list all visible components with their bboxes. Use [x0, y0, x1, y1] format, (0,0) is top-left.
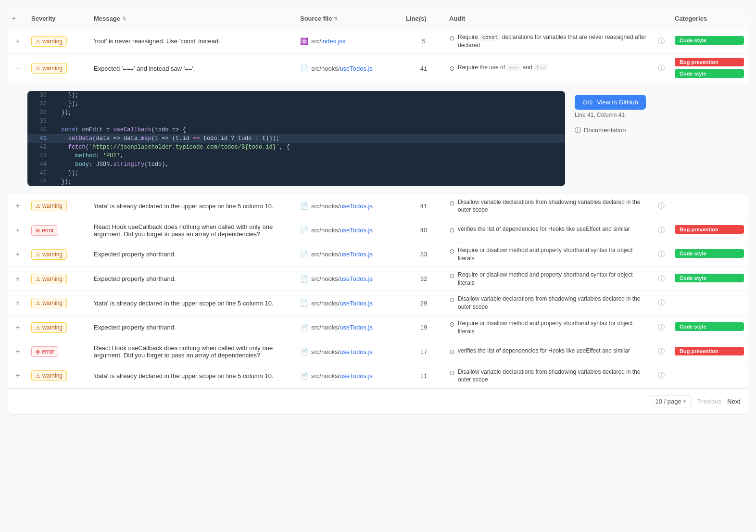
source-col-header: Source file ⇅: [296, 13, 402, 24]
severity-badge: warning: [31, 36, 67, 47]
line-number-cell: 41: [402, 61, 445, 76]
warning-icon: [36, 276, 40, 282]
severity-badge: warning: [31, 322, 67, 333]
categories-cell: [671, 299, 748, 307]
categories-cell: Bug prevention: [671, 221, 748, 239]
category-badge-bug: Bug prevention: [675, 58, 744, 66]
line-number-cell: 5: [402, 34, 445, 49]
js-file-icon: 📄: [300, 299, 308, 307]
audit-icon: ⊙: [449, 368, 455, 378]
severity-cell: warning: [27, 197, 90, 215]
code-line: 36 });: [27, 91, 565, 100]
severity-cell: warning: [27, 59, 90, 77]
source-sort-icon[interactable]: ⇅: [334, 16, 338, 21]
code-line: 46 });: [27, 177, 565, 186]
table-row: + warning Expected property shorthand. 📄…: [8, 316, 748, 340]
expand-button[interactable]: −: [8, 60, 27, 76]
documentation-link[interactable]: ⓘ Documentation: [575, 126, 729, 135]
code-line: 44 body: JSON.stringify(todo),: [27, 160, 565, 169]
categories-cell: Code style: [671, 32, 748, 50]
expand-button[interactable]: +: [8, 246, 27, 263]
info-icon[interactable]: ⓘ: [652, 319, 671, 336]
audit-panel: ⊙ View in GitHub Line 41, Column 41 ⓘ Do…: [575, 91, 729, 186]
code-line: 38 });: [27, 108, 565, 117]
severity-cell: error: [27, 221, 90, 240]
severity-cell: warning: [27, 318, 90, 337]
info-icon[interactable]: ⓘ: [652, 60, 671, 76]
source-file-cell: ⚛️ src/index.jsx: [296, 34, 402, 49]
severity-cell: error: [27, 342, 90, 361]
expand-button[interactable]: +: [8, 222, 27, 239]
line-number-cell: 32: [402, 271, 445, 286]
info-icon[interactable]: ⓘ: [652, 33, 671, 50]
severity-cell: warning: [27, 245, 90, 264]
code-line: 42 fetch(`https://jsonplaceholder.typico…: [27, 143, 565, 152]
info-icon[interactable]: ⓘ: [652, 222, 671, 239]
audit-icon: ⊙: [449, 199, 455, 208]
info-icon[interactable]: ⓘ: [652, 367, 671, 384]
category-badge-bug: Bug prevention: [675, 225, 744, 234]
table-row: + warning 'root' is never reassigned. Us…: [8, 29, 748, 54]
category-badge-code: Code style: [675, 274, 744, 282]
previous-button: Previous: [697, 398, 722, 405]
expand-button[interactable]: +: [8, 295, 27, 311]
warning-icon: [36, 251, 40, 258]
category-badge-code: Code style: [675, 69, 744, 78]
table-row: + warning 'data' is already declared in …: [8, 194, 748, 219]
source-file-cell: 📄 src/hooks/useTodos.js: [296, 223, 402, 238]
audit-cell: ⊙ Disallow variable declarations from sh…: [445, 364, 652, 388]
message-cell: 'root' is never reassigned. Use 'const' …: [90, 34, 296, 49]
line-number-cell: 19: [402, 320, 445, 335]
react-file-icon: ⚛️: [300, 38, 308, 45]
expand-button[interactable]: +: [8, 198, 27, 214]
page-size-select[interactable]: 10 / page ▾: [650, 395, 691, 407]
add-icon[interactable]: +: [12, 15, 16, 22]
info-icon[interactable]: ⓘ: [652, 246, 671, 263]
table-row: + warning Expected property shorthand. 📄…: [8, 267, 748, 291]
line-number-cell: 29: [402, 296, 445, 311]
info-icon[interactable]: ⓘ: [652, 295, 671, 311]
expand-button[interactable]: +: [8, 343, 27, 360]
message-sort-icon[interactable]: ⇅: [122, 16, 126, 21]
audit-icon: ⊙: [449, 295, 455, 305]
code-line: 45 });: [27, 169, 565, 177]
severity-badge: warning: [31, 201, 67, 211]
code-line: 40 const onEdit = useCallback(todo => {: [27, 126, 565, 134]
source-file-cell: 📄 src/hooks/useTodos.js: [296, 247, 402, 262]
audit-col-header: Audit: [445, 13, 652, 24]
code-block: 36 }); 37 }); 38 }); 39 40 const onEdit …: [27, 91, 565, 186]
message-cell: 'data' is already declared in the upper …: [90, 199, 296, 214]
expand-button[interactable]: +: [8, 319, 27, 336]
severity-badge: warning: [31, 370, 67, 381]
table-row: − warning Expected '===' and instead saw…: [8, 54, 748, 83]
message-col-header: Message ⇅: [90, 13, 296, 24]
info-icon[interactable]: ⓘ: [652, 343, 671, 360]
expand-button[interactable]: +: [8, 367, 27, 384]
severity-cell: warning: [27, 270, 90, 288]
next-button[interactable]: Next: [727, 398, 740, 405]
expanded-content-area: 36 }); 37 }); 38 }); 39 40 const onEdit …: [8, 83, 748, 194]
severity-badge: warning: [31, 274, 67, 284]
expand-button[interactable]: +: [8, 271, 27, 287]
categories-cell: Code style: [671, 318, 748, 336]
categories-cell: Code style: [671, 245, 748, 263]
info-icon[interactable]: ⓘ: [652, 271, 671, 287]
categories-col-header: Categories: [671, 13, 748, 24]
info-icon[interactable]: ⓘ: [652, 198, 671, 214]
warning-icon: [36, 203, 40, 209]
js-file-icon: 📄: [300, 227, 308, 234]
error-icon: [36, 227, 40, 234]
view-in-github-button[interactable]: ⊙ View in GitHub: [575, 95, 646, 110]
expand-button[interactable]: +: [8, 33, 27, 50]
audit-icon: ⊙: [449, 34, 455, 43]
info-col-header: [652, 13, 671, 24]
message-cell: React Hook useCallback does nothing when…: [90, 219, 296, 241]
message-cell: React Hook useCallback does nothing when…: [90, 341, 296, 363]
message-cell: Expected property shorthand.: [90, 320, 296, 335]
line-number-cell: 11: [402, 368, 445, 383]
expanded-detail: 36 }); 37 }); 38 }); 39 40 const onEdit …: [8, 83, 748, 194]
table-row: + warning 'data' is already declared in …: [8, 364, 748, 389]
audit-icon: ⊙: [449, 64, 455, 74]
source-file-cell: 📄 src/hooks/useTodos.js: [296, 344, 402, 359]
issues-table: + Severity Message ⇅ Source file ⇅ Line(…: [8, 8, 748, 415]
